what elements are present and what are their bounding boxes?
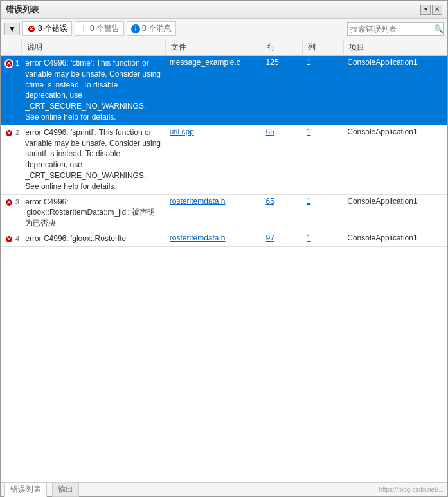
- col-header-line: 行: [262, 39, 303, 56]
- error-badge[interactable]: ✕ 8 个错误: [22, 21, 72, 36]
- col-header-desc: 说明: [21, 39, 166, 56]
- cell-line: 97: [262, 231, 303, 246]
- cell-file: rosteritemdata.h: [166, 231, 262, 246]
- info-count: 0 个消息: [142, 23, 172, 34]
- cell-col: 1: [303, 231, 343, 246]
- cell-line: 65: [262, 125, 303, 194]
- warning-icon: !: [79, 24, 88, 33]
- cell-desc: error C4996: 'gloox::RosterIte: [21, 231, 166, 246]
- cell-file: util.cpp: [166, 125, 262, 194]
- filter-icon: ▼: [8, 24, 16, 33]
- cell-project: ConsoleApplication1: [343, 56, 447, 125]
- cell-file: message_example.c: [166, 56, 262, 125]
- row-number: 2: [15, 129, 21, 136]
- row-error-icon: ✕: [4, 129, 13, 138]
- pin-button[interactable]: ▾: [420, 5, 431, 15]
- cell-desc: error C4996: 'sprintf': This function or…: [21, 125, 166, 194]
- toolbar: ▼ ✕ 8 个错误 ! 0 个警告 i 0 个消息 🔍: [1, 19, 447, 39]
- info-badge[interactable]: i 0 个消息: [127, 21, 176, 36]
- watermark: https://blog.csdn.net/...: [379, 486, 444, 493]
- table-row[interactable]: ✕2error C4996: 'sprintf': This function …: [1, 125, 447, 194]
- cell-file: rosteritemdata.h: [166, 194, 262, 231]
- search-box[interactable]: 🔍: [347, 22, 444, 36]
- table-row[interactable]: ✕4error C4996: 'gloox::RosterIterosterit…: [1, 231, 447, 246]
- error-list-window: 错误列表 ▾ ✕ ▼ ✕ 8 个错误 ! 0 个警告 i 0 个消息 🔍: [0, 0, 448, 497]
- info-icon: i: [131, 24, 140, 33]
- row-number: 4: [15, 235, 21, 242]
- cell-col: 1: [303, 194, 343, 231]
- search-button[interactable]: 🔍: [434, 24, 444, 33]
- error-icon: ✕: [27, 24, 36, 33]
- table-header: 说明 文件 行 列 项目: [1, 39, 447, 56]
- error-count: 8 个错误: [38, 23, 67, 34]
- cell-project: ConsoleApplication1: [343, 194, 447, 231]
- cell-project: ConsoleApplication1: [343, 125, 447, 194]
- cell-col: 1: [303, 125, 343, 194]
- tab-error-list[interactable]: 错误列表: [4, 482, 47, 497]
- warning-count: 0 个警告: [90, 23, 120, 34]
- table-row[interactable]: ✕1error C4996: 'ctime': This function or…: [1, 56, 447, 125]
- search-input[interactable]: [350, 24, 434, 33]
- cell-line: 125: [262, 56, 303, 125]
- cell-num: ✕2: [1, 125, 21, 194]
- col-header-proj: 项目: [343, 39, 447, 56]
- error-table[interactable]: 说明 文件 行 列 项目 ✕1error C4996: 'ctime': Thi…: [1, 39, 447, 482]
- col-header-num: [1, 39, 21, 56]
- col-header-file: 文件: [166, 39, 262, 56]
- cell-num: ✕4: [1, 231, 21, 246]
- warning-badge[interactable]: ! 0 个警告: [75, 21, 124, 36]
- title-bar-controls: ▾ ✕: [420, 5, 442, 15]
- col-header-col: 列: [303, 39, 343, 56]
- row-number: 1: [15, 59, 21, 67]
- row-error-icon: ✕: [4, 59, 13, 68]
- cell-project: ConsoleApplication1: [343, 231, 447, 246]
- cell-line: 65: [262, 194, 303, 231]
- title-bar: 错误列表 ▾ ✕: [1, 1, 447, 19]
- cell-num: ✕1: [1, 56, 21, 125]
- row-error-icon: ✕: [4, 235, 13, 244]
- tab-output[interactable]: 输出: [52, 482, 79, 497]
- filter-button[interactable]: ▼: [4, 23, 20, 35]
- close-button[interactable]: ✕: [432, 5, 442, 15]
- row-error-icon: ✕: [4, 198, 13, 207]
- row-number: 3: [15, 198, 21, 206]
- cell-desc: error C4996: 'gloox::RosterItemData::m_j…: [21, 194, 166, 231]
- cell-col: 1: [303, 56, 343, 125]
- cell-num: ✕3: [1, 194, 21, 231]
- table-row[interactable]: ✕3error C4996: 'gloox::RosterItemData::m…: [1, 194, 447, 231]
- cell-desc: error C4996: 'ctime': This function or v…: [21, 56, 166, 125]
- window-title: 错误列表: [6, 4, 39, 15]
- bottom-bar: 错误列表 输出 https://blog.csdn.net/...: [1, 482, 447, 496]
